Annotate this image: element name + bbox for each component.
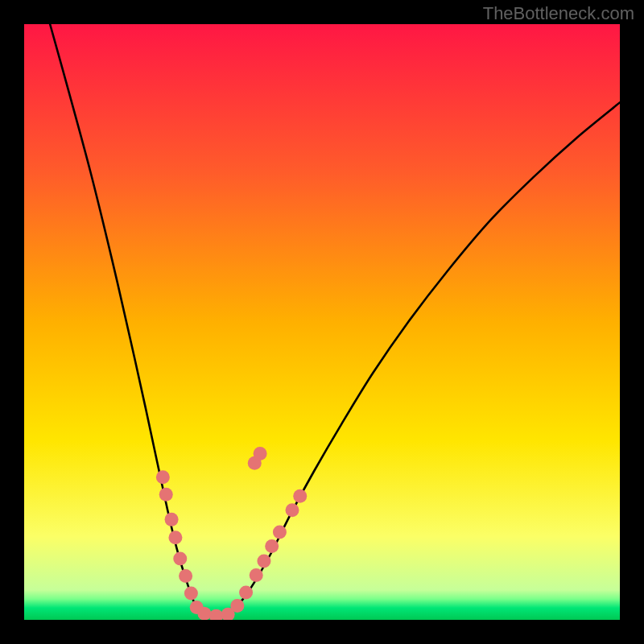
data-marker	[173, 552, 187, 566]
data-marker	[273, 525, 287, 539]
frame-right	[620, 0, 644, 644]
data-marker	[184, 586, 198, 600]
plot-background	[24, 24, 620, 620]
frame-bottom	[0, 620, 644, 644]
data-marker	[165, 513, 179, 526]
data-marker	[239, 585, 253, 599]
data-marker	[293, 489, 307, 503]
data-marker	[265, 539, 279, 553]
watermark-text: TheBottleneck.com	[483, 3, 634, 24]
data-marker	[159, 488, 173, 502]
data-marker	[197, 607, 211, 621]
data-marker	[230, 599, 244, 613]
chart-svg	[0, 0, 644, 644]
data-marker	[156, 470, 170, 484]
data-marker	[179, 569, 192, 583]
frame-left	[0, 0, 24, 644]
data-marker	[254, 447, 267, 460]
data-marker	[168, 530, 182, 544]
data-marker	[286, 503, 299, 517]
data-marker	[257, 554, 270, 568]
chart-container: TheBottleneck.com	[0, 0, 644, 644]
data-marker	[250, 568, 263, 582]
